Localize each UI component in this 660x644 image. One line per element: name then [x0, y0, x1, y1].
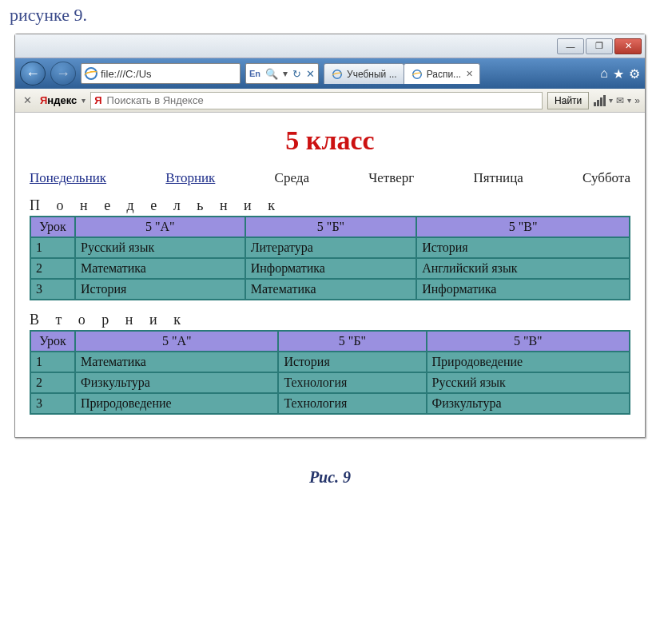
document-text: рисунке 9.: [0, 0, 660, 34]
table-header: Урок: [30, 331, 75, 352]
back-button[interactable]: ←: [20, 62, 46, 85]
table-cell: Математика: [75, 352, 278, 372]
day-nav-item: Пятница: [473, 170, 523, 186]
yandex-dropdown-icon[interactable]: ▾: [82, 96, 85, 105]
figure-caption: Рис. 9: [0, 468, 660, 487]
table-cell: Информатика: [416, 279, 630, 300]
table-cell: История: [416, 237, 630, 258]
refresh-icon[interactable]: ↻: [292, 68, 301, 80]
table-cell: 1: [30, 237, 75, 258]
day-nav-item: Четверг: [368, 170, 414, 186]
close-button[interactable]: ✕: [614, 38, 642, 54]
table-row: 3ИсторияМатематикаИнформатика: [30, 279, 630, 300]
table-header: Урок: [30, 217, 75, 237]
ie-icon: [85, 67, 97, 80]
table-header: 5 "В": [416, 217, 630, 237]
table-cell: Математика: [245, 279, 417, 300]
day-nav-item: Суббота: [582, 170, 630, 186]
table-cell: 1: [30, 352, 75, 372]
maximize-button[interactable]: ❐: [586, 38, 613, 54]
favorites-icon[interactable]: ★: [613, 66, 624, 81]
table-row: 1Русский языкЛитератураИстория: [30, 237, 630, 258]
address-dropdown-icon[interactable]: ▾: [283, 68, 288, 79]
settings-icon[interactable]: ⚙: [629, 66, 640, 81]
yandex-logo-rest: ндекс: [47, 94, 77, 106]
signal-icon[interactable]: [594, 95, 606, 106]
yandex-search-box[interactable]: Я: [90, 92, 543, 109]
page-title: 5 класс: [30, 125, 630, 156]
browser-tab[interactable]: Учебный ...: [324, 63, 404, 84]
signal-dropdown-icon[interactable]: ▾: [609, 96, 613, 105]
table-cell: 2: [30, 372, 75, 393]
table-cell: Технология: [278, 372, 426, 393]
yandex-search-input[interactable]: [105, 93, 539, 107]
tab-strip: Учебный ... Распи... ✕: [324, 62, 590, 85]
table-row: 3ПриродоведениеТехнологияФизкультура: [30, 393, 630, 414]
window-titlebar: — ❐ ✕: [15, 34, 645, 58]
page-content: 5 класс ПонедельникВторникСредаЧетвергПя…: [15, 113, 645, 437]
yandex-toolbar: ✕ Яндекс ▾ Я Найти ▾ ✉ ▾ »: [15, 89, 645, 113]
table-cell: 3: [30, 393, 75, 414]
day-nav: ПонедельникВторникСредаЧетвергПятницаСуб…: [30, 170, 630, 186]
table-header: 5 "А": [75, 217, 245, 237]
yandex-find-button[interactable]: Найти: [547, 92, 589, 109]
table-header: 5 "В": [427, 331, 630, 352]
address-controls: En 🔍 ▾ ↻ ✕: [245, 63, 319, 84]
section-heading: В т о р н и к: [30, 312, 630, 328]
forward-button[interactable]: →: [50, 62, 76, 85]
nav-right-controls: ⌂ ★ ⚙: [595, 66, 640, 81]
table-cell: Русский язык: [75, 237, 245, 258]
tab-close-icon[interactable]: ✕: [466, 69, 473, 79]
home-icon[interactable]: ⌂: [600, 66, 608, 81]
table-cell: Литература: [245, 237, 417, 258]
tab-label: Распи...: [427, 69, 461, 80]
table-header: 5 "А": [75, 331, 278, 352]
day-nav-item[interactable]: Понедельник: [30, 170, 106, 186]
mail-dropdown-icon[interactable]: ▾: [627, 96, 631, 105]
browser-window: — ❐ ✕ ← → file:///C:/Us En 🔍 ▾ ↻ ✕ Учебн…: [14, 34, 646, 438]
address-text: file:///C:/Us: [101, 68, 237, 80]
table-cell: Физкультура: [427, 393, 630, 414]
table-cell: История: [75, 279, 245, 300]
language-indicator[interactable]: En: [249, 69, 260, 78]
table-cell: 3: [30, 279, 75, 300]
table-header: 5 "Б": [278, 331, 426, 352]
more-icon[interactable]: »: [634, 95, 640, 106]
table-cell: Английский язык: [416, 258, 630, 279]
section-heading: П о н е д е л ь н и к: [30, 197, 630, 214]
table-cell: Природоведение: [427, 352, 630, 372]
table-cell: Математика: [75, 258, 245, 279]
address-bar[interactable]: file:///C:/Us: [81, 63, 241, 84]
schedule-table: Урок5 "А"5 "Б"5 "В"1МатематикаИсторияПри…: [30, 330, 630, 415]
table-row: 2ФизкультураТехнологияРусский язык: [30, 372, 630, 393]
table-cell: 2: [30, 258, 75, 279]
table-cell: Технология: [278, 393, 426, 414]
navigation-bar: ← → file:///C:/Us En 🔍 ▾ ↻ ✕ Учебный ...…: [15, 58, 645, 89]
tab-label: Учебный ...: [347, 69, 397, 80]
table-cell: Природоведение: [75, 393, 278, 414]
table-row: 1МатематикаИсторияПриродоведение: [30, 352, 630, 372]
yandex-search-y-icon: Я: [94, 94, 101, 106]
day-nav-item: Среда: [275, 170, 309, 186]
table-cell: Физкультура: [75, 372, 278, 393]
mail-icon[interactable]: ✉: [616, 95, 624, 106]
stop-icon[interactable]: ✕: [306, 68, 315, 80]
table-cell: История: [278, 352, 426, 372]
minimize-button[interactable]: —: [557, 38, 584, 54]
table-row: 2МатематикаИнформатикаАнглийский язык: [30, 258, 630, 279]
table-cell: Русский язык: [427, 372, 630, 393]
ie-icon: [412, 70, 422, 79]
yandex-logo-y: Я: [40, 94, 47, 106]
search-icon[interactable]: 🔍: [265, 68, 278, 80]
schedule-table: Урок5 "А"5 "Б"5 "В"1Русский языкЛитерату…: [30, 216, 630, 300]
toolbar-close-icon[interactable]: ✕: [20, 94, 35, 106]
ie-icon: [332, 70, 342, 79]
table-header: 5 "Б": [245, 217, 417, 237]
browser-tab-active[interactable]: Распи... ✕: [404, 63, 480, 84]
day-nav-item[interactable]: Вторник: [165, 170, 215, 186]
yandex-logo[interactable]: Яндекс: [40, 94, 77, 106]
table-cell: Информатика: [245, 258, 417, 279]
